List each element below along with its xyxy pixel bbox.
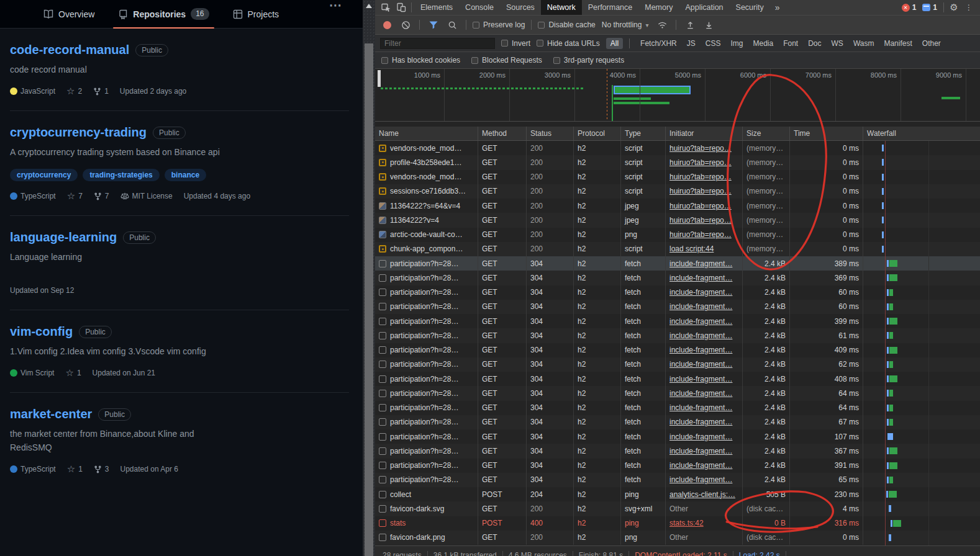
devtools-kebab-menu-icon[interactable]: ⋮	[961, 1, 976, 14]
column-header-initiator[interactable]: Initiator	[666, 127, 743, 140]
cell-initiator[interactable]: include-fragment…	[666, 415, 743, 429]
panel-tab-memory[interactable]: Memory	[638, 0, 679, 15]
column-header-type[interactable]: Type	[621, 127, 666, 140]
panel-tab-elements[interactable]: Elements	[414, 0, 459, 15]
cell-name[interactable]: participation?h=28…	[375, 357, 478, 372]
tab-overview[interactable]: Overview	[37, 0, 101, 28]
forks-count[interactable]: 1	[93, 87, 109, 96]
repo-name-link[interactable]: code-record-manual	[10, 43, 129, 57]
cell-name[interactable]: chunk-app_compon…	[375, 242, 478, 256]
request-row[interactable]: chunk-app_compon…GET200h2scriptload scri…	[375, 242, 980, 256]
request-row[interactable]: favicon-dark.pngGET200h2pngOther(disk ca…	[375, 531, 980, 545]
request-row[interactable]: participation?h=28…GET304h2fetchinclude-…	[375, 271, 980, 285]
more-panels-icon[interactable]: »	[770, 2, 785, 12]
initiator-link[interactable]: include-fragment…	[669, 447, 732, 455]
initiator-link[interactable]: include-fragment…	[669, 475, 732, 484]
initiator-link[interactable]: huiruo?tab=repo…	[669, 216, 732, 225]
cell-name[interactable]: profile-43b258ede1…	[375, 155, 478, 169]
initiator-link[interactable]: load script:44	[669, 244, 714, 253]
topic-tag[interactable]: trading-strategies	[83, 169, 159, 181]
request-row[interactable]: vendors-node_mod…GET200h2scripthuiruo?ta…	[375, 141, 980, 155]
cell-name[interactable]: participation?h=28…	[375, 401, 478, 415]
request-row[interactable]: 11364222?v=4GET200h2jpeghuiruo?tab=repo……	[375, 213, 980, 227]
stars-count[interactable]: ☆2	[66, 87, 82, 96]
initiator-link[interactable]: include-fragment…	[669, 375, 732, 383]
filter-type-css[interactable]: CSS	[701, 38, 725, 49]
cell-initiator[interactable]: include-fragment…	[666, 343, 743, 357]
initiator-link[interactable]: huiruo?tab=repo…	[669, 173, 732, 181]
cell-name[interactable]: participation?h=28…	[375, 271, 478, 285]
initiator-link[interactable]: include-fragment…	[669, 461, 732, 470]
forks-count[interactable]: 3	[94, 465, 109, 473]
cell-initiator[interactable]: include-fragment…	[666, 328, 743, 343]
request-row[interactable]: participation?h=28…GET304h2fetchinclude-…	[375, 415, 980, 429]
3rd-party-requests-checkbox[interactable]: 3rd-party requests	[553, 56, 624, 65]
cell-initiator[interactable]: include-fragment…	[666, 429, 743, 444]
cell-initiator[interactable]: huiruo?tab=repo…	[666, 170, 743, 184]
cell-initiator[interactable]: huiruo?tab=repo…	[666, 184, 743, 199]
hide-data-urls-checkbox[interactable]: Hide data URLs	[537, 39, 600, 48]
cell-initiator[interactable]: include-fragment…	[666, 386, 743, 400]
cell-initiator[interactable]: include-fragment…	[666, 357, 743, 372]
request-row[interactable]: participation?h=28…GET304h2fetchinclude-…	[375, 256, 980, 271]
cell-name[interactable]: 11364222?s=64&v=4	[375, 199, 478, 213]
cell-initiator[interactable]: include-fragment…	[666, 314, 743, 328]
cell-name[interactable]: participation?h=28…	[375, 429, 478, 444]
cell-initiator[interactable]: include-fragment…	[666, 401, 743, 415]
initiator-link[interactable]: stats.ts:42	[669, 519, 704, 527]
cell-initiator[interactable]: include-fragment…	[666, 372, 743, 386]
initiator-link[interactable]: include-fragment…	[669, 433, 732, 441]
blocked-requests-checkbox[interactable]: Blocked Requests	[471, 56, 542, 65]
initiator-link[interactable]: include-fragment…	[669, 403, 732, 412]
network-overview-timeline[interactable]: 1000 ms2000 ms3000 ms4000 ms5000 ms6000 …	[375, 69, 980, 122]
filter-type-js[interactable]: JS	[683, 38, 700, 49]
request-row[interactable]: participation?h=28…GET304h2fetchinclude-…	[375, 314, 980, 328]
request-row[interactable]: participation?h=28…GET304h2fetchinclude-…	[375, 386, 980, 400]
export-har-icon[interactable]	[701, 19, 716, 31]
request-row[interactable]: participation?h=28…GET304h2fetchinclude-…	[375, 285, 980, 300]
scroll-up-arrow-icon[interactable]	[366, 4, 372, 8]
cell-name[interactable]: sessions-ce716ddb3…	[375, 184, 478, 199]
filter-input[interactable]	[380, 38, 495, 49]
initiator-link[interactable]: include-fragment…	[669, 317, 732, 326]
cell-initiator[interactable]: analytics-client.js:…	[666, 487, 743, 501]
initiator-link[interactable]: huiruo?tab=repo…	[669, 202, 732, 210]
request-row[interactable]: participation?h=28…GET304h2fetchinclude-…	[375, 473, 980, 487]
initiator-link[interactable]: include-fragment…	[669, 389, 732, 398]
topic-tag[interactable]: binance	[165, 169, 206, 181]
forks-count[interactable]: 7	[94, 192, 109, 200]
cell-initiator[interactable]: include-fragment…	[666, 271, 743, 285]
has-blocked-cookies-checkbox[interactable]: Has blocked cookies	[381, 56, 460, 65]
filter-type-img[interactable]: Img	[726, 38, 747, 49]
initiator-link[interactable]: include-fragment…	[669, 288, 732, 297]
initiator-link[interactable]: include-fragment…	[669, 360, 732, 369]
request-row[interactable]: participation?h=28…GET304h2fetchinclude-…	[375, 357, 980, 372]
cell-name[interactable]: participation?h=28…	[375, 444, 478, 458]
stars-count[interactable]: ☆7	[67, 192, 83, 200]
request-row[interactable]: participation?h=28…GET304h2fetchinclude-…	[375, 459, 980, 473]
column-header-size[interactable]: Size	[743, 127, 790, 140]
request-row[interactable]: participation?h=28…GET304h2fetchinclude-…	[375, 372, 980, 386]
page-scrollbar[interactable]	[363, 0, 375, 556]
initiator-link[interactable]: include-fragment…	[669, 274, 732, 282]
cell-name[interactable]: participation?h=28…	[375, 314, 478, 328]
panel-tab-sources[interactable]: Sources	[500, 0, 541, 15]
initiator-link[interactable]: huiruo?tab=repo…	[669, 187, 732, 195]
filter-type-media[interactable]: Media	[748, 38, 778, 49]
cell-name[interactable]: arctic-code-vault-co…	[375, 228, 478, 242]
tab-projects[interactable]: Projects	[227, 0, 286, 28]
cell-initiator[interactable]: huiruo?tab=repo…	[666, 199, 743, 213]
cell-name[interactable]: 11364222?v=4	[375, 213, 478, 227]
cell-name[interactable]: vendors-node_mod…	[375, 141, 478, 155]
scrollbar-thumb[interactable]	[365, 43, 373, 556]
cell-initiator[interactable]: stats.ts:42	[666, 516, 743, 531]
request-row[interactable]: participation?h=28…GET304h2fetchinclude-…	[375, 328, 980, 343]
cell-name[interactable]: participation?h=28…	[375, 328, 478, 343]
initiator-link[interactable]: include-fragment…	[669, 259, 732, 268]
panel-tab-console[interactable]: Console	[459, 0, 500, 15]
filter-type-all[interactable]: All	[606, 38, 623, 49]
invert-checkbox[interactable]: Invert	[501, 39, 530, 48]
preserve-log-checkbox[interactable]: Preserve log	[473, 20, 525, 29]
request-row[interactable]: participation?h=28…GET304h2fetchinclude-…	[375, 343, 980, 357]
disable-cache-checkbox[interactable]: Disable cache	[538, 20, 595, 29]
